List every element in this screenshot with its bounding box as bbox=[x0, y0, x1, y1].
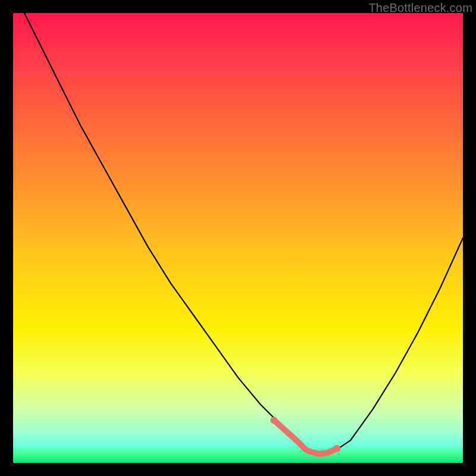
chart-container: TheBottleneck.com bbox=[0, 0, 476, 476]
plot-gradient-background bbox=[13, 13, 463, 463]
watermark-text: TheBottleneck.com bbox=[368, 1, 472, 15]
